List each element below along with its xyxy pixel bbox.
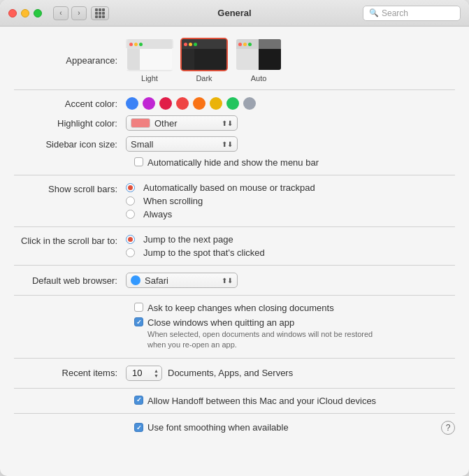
search-placeholder: Search [382,8,408,18]
close-windows-sublabel: When selected, open documents and window… [147,329,373,351]
appearance-auto-label: Auto [251,74,267,82]
spinner-arrows-icon: ▲ ▼ [154,368,159,378]
content: Appearance: [0,27,469,446]
appearance-dark[interactable]: Dark [180,38,228,82]
recent-items-row: Recent items: 10 ▲ ▼ Documents, Apps, an… [14,366,455,381]
scroll-always-label: Always [143,209,172,219]
accent-color-row: Accent color: [14,97,455,110]
scroll-spot-clicked-row: Jump to the spot that's clicked [126,247,265,258]
search-bar[interactable]: 🔍 Search [363,6,461,21]
font-smoothing-checkbox[interactable] [134,423,143,432]
divider-7 [14,388,455,389]
accent-red[interactable] [176,97,189,110]
accent-orange[interactable] [193,97,205,110]
grid-view-button[interactable] [91,6,109,20]
sidebar-size-value: Small [131,139,154,150]
accent-green[interactable] [226,97,239,110]
handoff-label: Allow Handoff between this Mac and your … [147,396,376,406]
accent-gray[interactable] [243,97,256,110]
scroll-bars-options: Automatically based on mouse or trackpad… [126,182,455,219]
scroll-auto-row: Automatically based on mouse or trackpad [126,182,315,193]
appearance-thumb-dark [180,38,228,71]
highlight-color-dropdown-wrapper: Other ⬆⬇ [126,115,455,131]
recent-items-spinner[interactable]: 10 ▲ ▼ [126,366,162,381]
highlight-color-dropdown[interactable]: Other ⬆⬇ [126,115,238,131]
appearance-light[interactable]: Light [126,38,173,82]
font-smoothing-label: Use font smoothing when available [147,422,289,433]
scroll-spot-clicked-radio[interactable] [126,248,135,257]
accent-purple[interactable] [143,97,155,110]
scroll-auto-label: Automatically based on mouse or trackpad [143,182,315,193]
browser-arrow-icon: ⬆⬇ [222,277,233,284]
scroll-click-row: Click in the scroll bar to: Jump to the … [14,234,455,258]
scroll-spot-clicked-label: Jump to the spot that's clicked [143,247,265,258]
grid-icon [95,8,105,18]
highlight-color-row: Highlight color: Other ⬆⬇ [14,115,455,131]
scroll-scrolling-label: When scrolling [143,196,203,206]
default-browser-label: Default web browser: [14,275,126,286]
back-button[interactable]: ‹ [53,6,68,20]
recent-items-label: Recent items: [14,368,126,378]
divider-4 [14,265,455,266]
accent-yellow[interactable] [210,97,222,110]
traffic-lights [8,9,42,17]
close-button[interactable] [8,9,17,17]
sidebar-icon-size-label: Sidebar icon size: [14,139,126,150]
divider-2 [14,175,455,175]
close-windows-row: Close windows when quitting an app When … [134,317,455,351]
recent-items-value: 10 [129,368,142,378]
menubar-checkbox[interactable] [134,157,143,166]
default-browser-dropdown[interactable]: Safari ⬆⬇ [126,273,238,288]
forward-button[interactable]: › [71,6,87,20]
menubar-checkbox-row: Automatically hide and show the menu bar [134,157,455,168]
scroll-bars-row: Show scroll bars: Automatically based on… [14,182,455,219]
default-browser-row: Default web browser: Safari ⬆⬇ [14,273,455,288]
highlight-color-label: Highlight color: [14,118,126,129]
accent-blue[interactable] [126,97,138,110]
appearance-light-label: Light [141,74,158,82]
sidebar-icon-size-dropdown[interactable]: Small ⬆⬇ [126,136,238,152]
appearance-thumb-light [126,38,173,71]
appearance-auto[interactable]: Auto [235,38,282,82]
scroll-scrolling-row: When scrolling [126,196,315,206]
help-button[interactable]: ? [441,421,455,435]
scroll-always-radio[interactable] [126,210,135,219]
scroll-bars-label: Show scroll bars: [14,182,126,194]
close-windows-checkbox[interactable] [134,317,143,326]
search-icon: 🔍 [369,8,379,17]
appearance-label: Appearance: [14,55,126,66]
handoff-checkbox[interactable] [134,396,143,405]
sidebar-icon-size-dropdown-wrapper: Small ⬆⬇ [126,136,455,152]
minimize-button[interactable] [21,9,29,17]
font-smoothing-row: Use font smoothing when available ? [134,421,455,435]
sidebar-icon-size-row: Sidebar icon size: Small ⬆⬇ [14,136,455,152]
appearance-thumb-auto [235,38,282,71]
close-windows-label: Close windows when quitting an app [147,317,294,328]
maximize-button[interactable] [34,9,42,17]
safari-icon [131,275,140,285]
accent-color-label: Accent color: [14,99,126,109]
default-browser-dropdown-wrapper: Safari ⬆⬇ [126,273,455,288]
scroll-auto-radio[interactable] [126,183,135,192]
scroll-next-page-radio[interactable] [126,235,135,244]
scroll-scrolling-radio[interactable] [126,196,135,205]
ask-changes-label: Ask to keep changes when closing documen… [147,303,334,313]
accent-pink[interactable] [159,97,172,110]
scroll-click-label: Click in the scroll bar to: [14,234,126,246]
handoff-row: Allow Handoff between this Mac and your … [134,396,455,406]
ask-changes-row: Ask to keep changes when closing documen… [134,303,455,313]
divider-6 [14,358,455,359]
scroll-click-options: Jump to the next page Jump to the spot t… [126,234,455,258]
appearance-dark-label: Dark [196,74,212,82]
ask-changes-checkbox[interactable] [134,303,143,312]
divider-3 [14,226,455,227]
sidebar-size-arrow-icon: ⬆⬇ [222,140,233,148]
appearance-options: Light [126,38,455,82]
window-title: General [217,8,251,18]
menubar-checkbox-label: Automatically hide and show the menu bar [147,157,319,168]
appearance-row: Appearance: [14,38,455,82]
recent-items-content: 10 ▲ ▼ Documents, Apps, and Servers [126,366,455,381]
scroll-always-row: Always [126,209,315,219]
nav-buttons: ‹ › [53,6,87,20]
recent-items-suffix: Documents, Apps, and Servers [168,368,293,378]
